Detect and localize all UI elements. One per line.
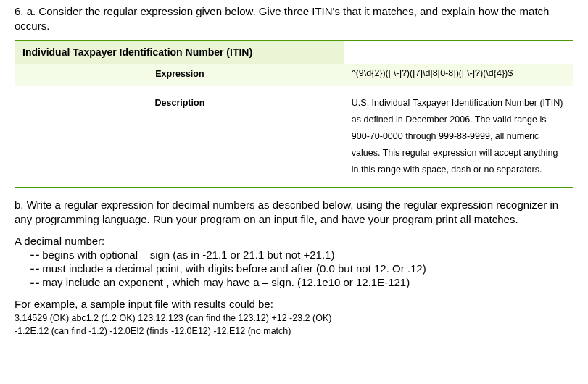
bullet-3: -- may include an exponent , which may h…	[29, 276, 573, 289]
bullet-3-text: may include an exponent , which may have…	[42, 276, 410, 288]
sample-line-1: 3.14529 (OK) abc1.2 (1.2 OK) 123.12.123 …	[15, 312, 573, 325]
sample-line-2: -1.2E.12 (can find -1.2) -12.0E!2 (finds…	[15, 325, 573, 338]
itin-table: Individual Taxpayer Identification Numbe…	[15, 40, 573, 188]
decimal-list-head: A decimal number:	[15, 235, 573, 247]
itin-title-row: Individual Taxpayer Identification Numbe…	[15, 40, 573, 64]
bullet-1: -- begins with optional – sign (as in -2…	[29, 249, 573, 262]
description-value: U.S. Individual Taxpayer Identification …	[344, 86, 573, 188]
bullet-1-text: begins with optional – sign (as in -21.1…	[42, 249, 334, 261]
expression-value: ^(9\d{2})([ \-]?)([7]\d|8[0-8])([ \-]?)(…	[344, 64, 573, 86]
bullet-2: -- must include a decimal point, with di…	[29, 262, 573, 275]
question-6a-intro: 6. a. Consider the regular expression gi…	[15, 4, 573, 34]
sample-head: For example, a sample input file with re…	[15, 298, 573, 310]
description-label: Description	[15, 86, 344, 188]
itin-description-row: Description U.S. Individual Taxpayer Ide…	[15, 86, 573, 188]
bullet-2-text: must include a decimal point, with digit…	[42, 262, 426, 275]
itin-expression-row: Expression ^(9\d{2})([ \-]?)([7]\d|8[0-8…	[15, 64, 573, 86]
itin-title: Individual Taxpayer Identification Numbe…	[15, 40, 344, 64]
expression-label: Expression	[15, 64, 344, 86]
itin-title-blank	[344, 40, 573, 64]
page-content: 6. a. Consider the regular expression gi…	[0, 0, 588, 346]
question-6b-intro: b. Write a regular expression for decima…	[15, 198, 573, 228]
